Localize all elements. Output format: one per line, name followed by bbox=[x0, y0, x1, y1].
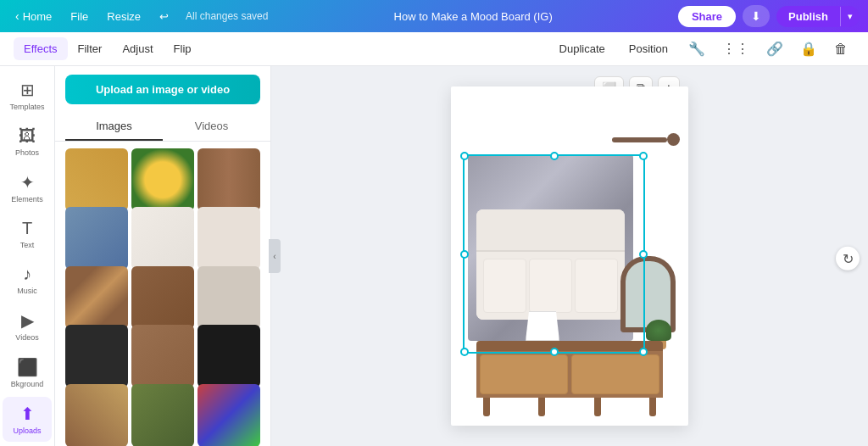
chevron-left-icon: ‹ bbox=[15, 9, 19, 23]
list-item[interactable] bbox=[131, 384, 194, 446]
tab-videos[interactable]: Videos bbox=[163, 113, 260, 141]
list-item[interactable] bbox=[198, 325, 260, 387]
videos-icon: ▶ bbox=[21, 310, 34, 331]
publish-button[interactable]: Publish bbox=[776, 6, 840, 27]
list-item[interactable] bbox=[131, 207, 194, 270]
templates-label: Templates bbox=[9, 103, 44, 111]
top-bar-right: Share ⬇ Publish ▾ bbox=[678, 5, 860, 27]
filter-button[interactable]: Filter bbox=[68, 37, 113, 60]
publish-dropdown-button[interactable]: ▾ bbox=[840, 7, 860, 26]
canvas-content bbox=[451, 86, 688, 426]
sofa-seat bbox=[476, 252, 625, 320]
console-leg-4 bbox=[649, 398, 656, 416]
grid-icon-button[interactable]: ⋮⋮ bbox=[715, 36, 756, 61]
text-icon: T bbox=[22, 219, 32, 238]
uploads-label: Uploads bbox=[13, 426, 41, 435]
share-button[interactable]: Share bbox=[678, 6, 736, 27]
elements-label: Elements bbox=[11, 195, 43, 203]
uploads-icon: ⬆ bbox=[20, 404, 35, 424]
sofa-element[interactable] bbox=[476, 209, 625, 320]
videos-label: Videos bbox=[15, 333, 38, 342]
list-item[interactable] bbox=[131, 148, 194, 211]
sidebar-item-music[interactable]: ♪ Music bbox=[3, 258, 52, 302]
sidebar-item-videos[interactable]: ▶ Videos bbox=[3, 304, 52, 348]
background-label: Bkground bbox=[11, 380, 44, 388]
undo-button[interactable]: ↩ bbox=[153, 7, 175, 26]
sidebar-item-photos[interactable]: 🖼 Photos bbox=[3, 120, 52, 164]
image-grid bbox=[55, 142, 270, 446]
selection-handle-tr[interactable] bbox=[639, 152, 648, 160]
music-label: Music bbox=[17, 287, 37, 295]
list-item[interactable] bbox=[198, 207, 260, 270]
top-bar-left: ‹ Home File Resize ↩ All changes saved bbox=[8, 6, 268, 26]
wrench-icon-button[interactable]: 🔧 bbox=[682, 36, 712, 61]
sidebar-item-uploads[interactable]: ⬆ Uploads bbox=[3, 397, 52, 442]
rod-finial bbox=[667, 133, 680, 146]
position-button[interactable]: Position bbox=[619, 37, 678, 60]
text-label: Text bbox=[20, 241, 35, 249]
home-label: Home bbox=[23, 10, 53, 23]
basket-left bbox=[480, 354, 568, 394]
selection-handle-bl[interactable] bbox=[460, 348, 469, 356]
flip-button[interactable]: Flip bbox=[164, 37, 202, 60]
duplicate-button[interactable]: Duplicate bbox=[549, 37, 615, 60]
console-body bbox=[476, 351, 663, 398]
lamp-shade bbox=[526, 311, 559, 341]
sidebar-icons: ⊞ Templates 🖼 Photos ✦ Elements T Text ♪… bbox=[0, 66, 55, 446]
list-item[interactable] bbox=[198, 384, 260, 446]
photos-icon: 🖼 bbox=[19, 126, 36, 146]
list-item[interactable] bbox=[131, 325, 194, 387]
adjust-button[interactable]: Adjust bbox=[112, 37, 163, 60]
sidebar-item-background[interactable]: ⬛ Bkground bbox=[3, 350, 52, 395]
rod-bar bbox=[612, 137, 667, 142]
list-item[interactable] bbox=[131, 266, 194, 329]
effects-button[interactable]: Effects bbox=[14, 37, 68, 60]
console-table-element bbox=[476, 341, 663, 417]
tab-images[interactable]: Images bbox=[65, 113, 163, 141]
panel-collapse-handle[interactable]: ‹ bbox=[269, 239, 281, 273]
resize-button[interactable]: Resize bbox=[100, 7, 147, 26]
rotate-button[interactable]: ↻ bbox=[836, 247, 860, 270]
download-button[interactable]: ⬇ bbox=[743, 5, 770, 27]
photos-label: Photos bbox=[15, 148, 39, 157]
media-tabs: Images Videos bbox=[55, 113, 270, 142]
secondary-toolbar: Effects Filter Adjust Flip Duplicate Pos… bbox=[0, 32, 868, 66]
sidebar-item-templates[interactable]: ⊞ Templates bbox=[3, 73, 52, 118]
left-panel: Upload an image or video Images Videos bbox=[55, 66, 271, 446]
elements-icon: ✦ bbox=[20, 172, 35, 192]
list-item[interactable] bbox=[65, 207, 128, 270]
list-item[interactable] bbox=[198, 148, 260, 211]
upload-button[interactable]: Upload an image or video bbox=[65, 75, 260, 104]
console-top bbox=[476, 341, 663, 351]
list-item[interactable] bbox=[65, 325, 128, 387]
sofa-cushion-left bbox=[483, 259, 526, 313]
file-button[interactable]: File bbox=[64, 7, 95, 26]
list-item[interactable] bbox=[65, 266, 128, 329]
sofa-back bbox=[476, 209, 625, 252]
sidebar-item-elements[interactable]: ✦ Elements bbox=[3, 165, 52, 210]
list-item[interactable] bbox=[65, 384, 128, 446]
list-item[interactable] bbox=[198, 266, 260, 329]
save-status: All changes saved bbox=[186, 10, 268, 22]
console-leg-2 bbox=[538, 398, 545, 416]
link-icon-button[interactable]: 🔗 bbox=[760, 36, 790, 61]
list-item[interactable] bbox=[65, 148, 128, 211]
sidebar-item-text[interactable]: T Text bbox=[3, 212, 52, 256]
console-legs bbox=[476, 398, 663, 416]
lock-icon-button[interactable]: 🔒 bbox=[793, 36, 824, 61]
sofa-cushion-right bbox=[575, 259, 618, 313]
document-title: How to Make a Mood Board (IG) bbox=[275, 10, 670, 23]
right-tools: Duplicate Position 🔧 ⋮⋮ 🔗 🔒 🗑 bbox=[549, 36, 854, 61]
resize-label: Resize bbox=[107, 10, 141, 23]
basket-right bbox=[571, 354, 659, 394]
console-leg-1 bbox=[483, 398, 490, 416]
trash-icon-button[interactable]: 🗑 bbox=[827, 37, 854, 61]
canvas-area: ⬜ ⧉ + bbox=[271, 66, 868, 446]
music-icon: ♪ bbox=[23, 265, 31, 284]
background-icon: ⬛ bbox=[17, 357, 38, 377]
console-leg-3 bbox=[594, 398, 601, 416]
main-layout: ⊞ Templates 🖼 Photos ✦ Elements T Text ♪… bbox=[0, 66, 868, 446]
home-button[interactable]: ‹ Home bbox=[8, 6, 58, 26]
curtain-rod-element bbox=[612, 133, 680, 146]
plant-leaves bbox=[646, 320, 671, 341]
